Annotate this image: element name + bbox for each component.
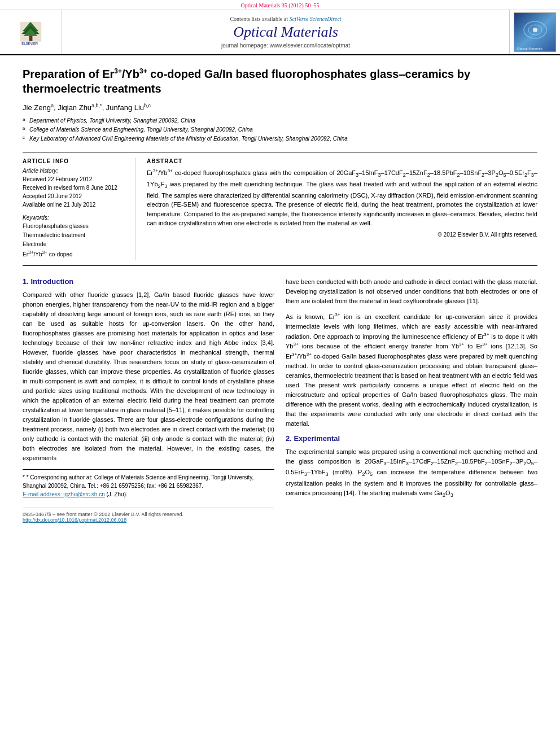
copyright-line: © 2012 Elsevier B.V. All rights reserved… bbox=[147, 231, 537, 238]
affil-text-a: Department of Physics, Tongji University… bbox=[29, 116, 195, 125]
history-item-1: Received 22 February 2012 bbox=[23, 175, 126, 184]
affiliations: a Department of Physics, Tongji Universi… bbox=[23, 116, 537, 143]
affil-text-b: College of Materials Science and Enginee… bbox=[29, 125, 253, 134]
footnote-author-info: * Corresponding author at: College of Ma… bbox=[23, 474, 253, 489]
doi-line: http://dx.doi.org/10.1016/j.optmat.2012.… bbox=[23, 517, 274, 523]
right-intro-paragraph-2: As is known, Er3+ ion is an excellent ca… bbox=[286, 312, 537, 429]
email-label: E-mail address: jqzhu@stc.sh.cn (J. Zhu)… bbox=[23, 491, 128, 497]
article-container: Preparation of Er3+/Yb3+ co-doped Ga/In … bbox=[0, 55, 560, 534]
affil-sup-a: a bbox=[23, 116, 29, 123]
keyword-3: Electrode bbox=[23, 240, 126, 249]
bottom-bar: 0925-3467/$ – see front matter © 2012 El… bbox=[23, 508, 274, 523]
article-info-title: ARTICLE INFO bbox=[23, 158, 126, 164]
keywords-label: Keywords: bbox=[23, 215, 126, 221]
journal-name: Optical Materials bbox=[233, 24, 338, 41]
footnote-corresponding-author: * * Corresponding author at: College of … bbox=[23, 473, 274, 490]
journal-url: journal homepage: www.elsevier.com/locat… bbox=[221, 42, 350, 49]
body-left-column: 1. Introduction Compared with other fluo… bbox=[23, 277, 274, 523]
doi-link[interactable]: http://dx.doi.org/10.1016/j.optmat.2012.… bbox=[23, 517, 126, 523]
journal-cover-area: Optical Materials bbox=[509, 10, 560, 54]
history-item-3: Accepted 20 June 2012 bbox=[23, 192, 126, 200]
abstract-title: ABSTRACT bbox=[147, 158, 537, 164]
history-item-2: Received in revised form 8 June 2012 bbox=[23, 184, 126, 192]
svg-rect-6 bbox=[514, 13, 555, 52]
svg-text:Optical Materials: Optical Materials bbox=[517, 47, 542, 50]
introduction-paragraph-1: Compared with other fluoride glasses [1,… bbox=[23, 290, 274, 464]
article-info-column: ARTICLE INFO Article history: Received 2… bbox=[23, 158, 135, 259]
issn-line: 0925-3467/$ – see front matter © 2012 El… bbox=[23, 512, 274, 517]
publisher-logo-area: ELSEVIER bbox=[0, 10, 62, 54]
journal-cover-image: Optical Materials bbox=[514, 12, 556, 52]
article-history: Article history: Received 22 February 20… bbox=[23, 168, 126, 209]
history-item-4: Available online 21 July 2012 bbox=[23, 200, 126, 209]
keyword-1: Fluorophosphates glasses bbox=[23, 222, 126, 231]
elsevier-tree-icon: ELSEVIER bbox=[15, 18, 46, 46]
footnote-section: * * Corresponding author at: College of … bbox=[23, 469, 274, 499]
body-right-column: have been conducted with both anode and … bbox=[286, 277, 537, 523]
affiliation-3: c Key Laboratory of Advanced Civil Engin… bbox=[23, 134, 537, 143]
footnote-asterisk: * bbox=[23, 474, 27, 480]
affil-sup-c: c bbox=[23, 134, 29, 141]
sciverse-line: Contents lists available at SciVerse Sci… bbox=[230, 16, 341, 22]
history-label: Article history: bbox=[23, 168, 126, 174]
cover-artwork-icon: Optical Materials bbox=[514, 13, 555, 52]
svg-text:ELSEVIER: ELSEVIER bbox=[21, 42, 38, 45]
journal-title-area: Contents lists available at SciVerse Sci… bbox=[62, 10, 509, 54]
journal-bar: Optical Materials 35 (2012) 50–55 bbox=[0, 0, 560, 10]
abstract-column: ABSTRACT Er3+/Yb3+ co-doped fluorophosph… bbox=[147, 158, 537, 259]
elsevier-logo: ELSEVIER bbox=[15, 18, 46, 46]
footnote-email: E-mail address: jqzhu@stc.sh.cn (J. Zhu)… bbox=[23, 490, 274, 499]
experimental-paragraph-1: The experimental sample was prepared usi… bbox=[286, 447, 537, 499]
keyword-4: Er3+/Yb3+ co-doped bbox=[23, 249, 126, 259]
svg-point-9 bbox=[533, 28, 537, 32]
info-abstract-section: ARTICLE INFO Article history: Received 2… bbox=[23, 152, 537, 265]
author-1: Jie Zeng bbox=[23, 103, 51, 112]
introduction-title: 1. Introduction bbox=[23, 277, 274, 286]
affil-text-c: Key Laboratory of Advanced Civil Enginee… bbox=[29, 134, 348, 143]
journal-citation: Optical Materials 35 (2012) 50–55 bbox=[241, 2, 320, 8]
affiliation-1: a Department of Physics, Tongji Universi… bbox=[23, 116, 537, 125]
experimental-title: 2. Experimental bbox=[286, 434, 537, 443]
affiliation-2: b College of Materials Science and Engin… bbox=[23, 125, 537, 134]
article-title: Preparation of Er3+/Yb3+ co-doped Ga/In … bbox=[23, 67, 537, 96]
author-3: Junfang Liu bbox=[106, 103, 144, 112]
keywords-section: Keywords: Fluorophosphates glasses Therm… bbox=[23, 215, 126, 259]
right-intro-paragraph-1: have been conducted with both anode and … bbox=[286, 277, 537, 306]
author-2: Jiqian Zhu bbox=[58, 103, 91, 112]
affil-sup-b: b bbox=[23, 125, 29, 132]
abstract-text: Er3+/Yb3+ co-doped fluorophosphates glas… bbox=[147, 168, 537, 228]
email-link[interactable]: E-mail address: jqzhu@stc.sh.cn bbox=[23, 491, 105, 497]
authors-line: Jie Zenga, Jiqian Zhua,b,*, Junfang Liub… bbox=[23, 103, 537, 112]
sciverse-link[interactable]: SciVerse ScienceDirect bbox=[289, 16, 341, 22]
body-content: 1. Introduction Compared with other fluo… bbox=[23, 277, 537, 523]
keyword-2: Thermoelectric treatment bbox=[23, 231, 126, 240]
journal-header: ELSEVIER Contents lists available at Sci… bbox=[0, 10, 560, 55]
